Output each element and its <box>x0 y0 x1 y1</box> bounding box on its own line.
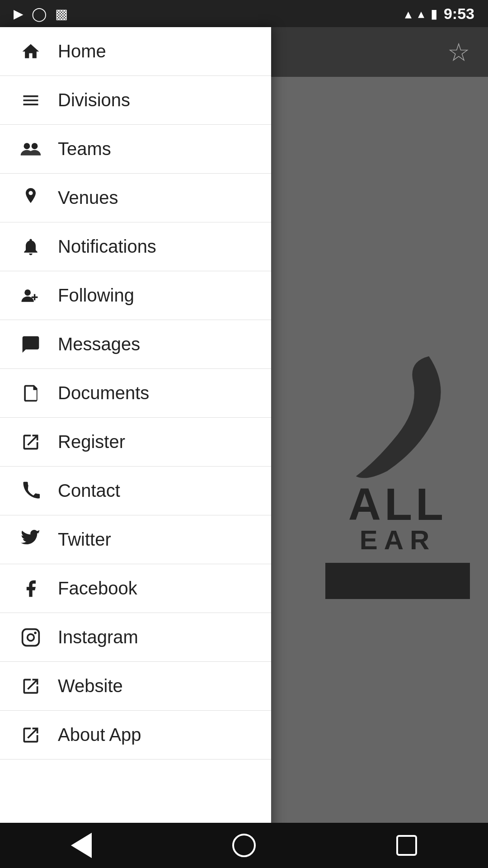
nav-label-about-app: About App <box>58 725 141 745</box>
instagram-icon <box>18 627 43 647</box>
nav-label-messages: Messages <box>58 334 140 354</box>
logo-text-all: ALL <box>348 481 447 527</box>
home-icon <box>18 42 43 61</box>
contact-icon <box>18 481 43 501</box>
teams-icon <box>18 139 43 159</box>
status-bar-left: ▶ ◯ ▩ <box>14 6 68 22</box>
notifications-icon <box>18 237 43 257</box>
status-time: 9:53 <box>444 5 474 23</box>
nav-item-facebook[interactable]: Facebook <box>0 564 271 613</box>
wifi-icon: ▴ <box>405 6 412 22</box>
nav-item-venues[interactable]: Venues <box>0 174 271 222</box>
facebook-icon <box>18 579 43 599</box>
nav-label-register: Register <box>58 432 125 452</box>
venues-icon <box>18 188 43 208</box>
messages-icon <box>18 335 43 354</box>
recents-button[interactable] <box>389 827 425 863</box>
logo-text-ear: EAR <box>360 527 436 554</box>
sim-icon: ▩ <box>55 6 68 22</box>
svg-point-2 <box>24 289 31 296</box>
nav-item-instagram[interactable]: Instagram <box>0 613 271 662</box>
svg-rect-3 <box>23 629 39 646</box>
nav-label-instagram: Instagram <box>58 627 138 647</box>
nav-item-register[interactable]: Register <box>0 418 271 467</box>
nav-item-about-app[interactable]: About App <box>0 711 271 760</box>
navigation-drawer: Home Divisions Teams Venues Notification… <box>0 27 271 868</box>
logo-black-bar <box>325 563 470 599</box>
record-icon: ◯ <box>32 6 47 22</box>
nav-item-documents[interactable]: Documents <box>0 369 271 418</box>
nav-label-home: Home <box>58 41 106 61</box>
nav-label-following: Following <box>58 285 134 306</box>
nav-label-facebook: Facebook <box>58 578 137 599</box>
about-app-icon <box>18 725 43 745</box>
star-icon[interactable]: ☆ <box>447 38 470 67</box>
nav-item-teams[interactable]: Teams <box>0 125 271 174</box>
recents-square-icon <box>396 835 417 856</box>
svg-point-4 <box>28 634 34 641</box>
divisions-icon <box>18 90 43 110</box>
svg-point-0 <box>24 143 30 149</box>
battery-icon: ▮ <box>431 6 437 21</box>
nav-item-notifications[interactable]: Notifications <box>0 222 271 271</box>
following-icon <box>18 286 43 306</box>
nav-item-home[interactable]: Home <box>0 27 271 76</box>
nav-label-venues: Venues <box>58 188 118 208</box>
play-icon: ▶ <box>14 6 23 21</box>
bottom-navigation-bar <box>0 823 488 868</box>
svg-point-5 <box>34 632 36 634</box>
status-bar: ▶ ◯ ▩ ▴ ▴ ▮ 9:53 <box>0 0 488 27</box>
nav-item-contact[interactable]: Contact <box>0 467 271 515</box>
status-bar-right: ▴ ▴ ▮ 9:53 <box>405 5 474 23</box>
twitter-icon <box>18 530 43 550</box>
documents-icon <box>18 383 43 403</box>
nav-label-notifications: Notifications <box>58 236 156 257</box>
nav-label-twitter: Twitter <box>58 529 111 550</box>
website-icon <box>18 676 43 696</box>
nav-item-website[interactable]: Website <box>0 662 271 711</box>
background-logo: ALL EAR <box>325 346 470 599</box>
home-circle-icon <box>232 834 256 857</box>
nav-item-twitter[interactable]: Twitter <box>0 515 271 564</box>
nav-item-following[interactable]: Following <box>0 271 271 320</box>
home-button[interactable] <box>226 827 262 863</box>
nav-item-messages[interactable]: Messages <box>0 320 271 369</box>
signal-icon: ▴ <box>418 6 424 21</box>
nav-label-teams: Teams <box>58 139 111 159</box>
nav-label-documents: Documents <box>58 383 149 403</box>
nav-label-contact: Contact <box>58 481 120 501</box>
back-button[interactable] <box>63 827 99 863</box>
back-icon <box>71 833 92 858</box>
swoosh-icon <box>339 346 456 481</box>
nav-label-website: Website <box>58 676 123 696</box>
nav-label-divisions: Divisions <box>58 90 130 110</box>
register-icon <box>18 432 43 452</box>
svg-point-1 <box>32 143 38 149</box>
nav-item-divisions[interactable]: Divisions <box>0 76 271 125</box>
